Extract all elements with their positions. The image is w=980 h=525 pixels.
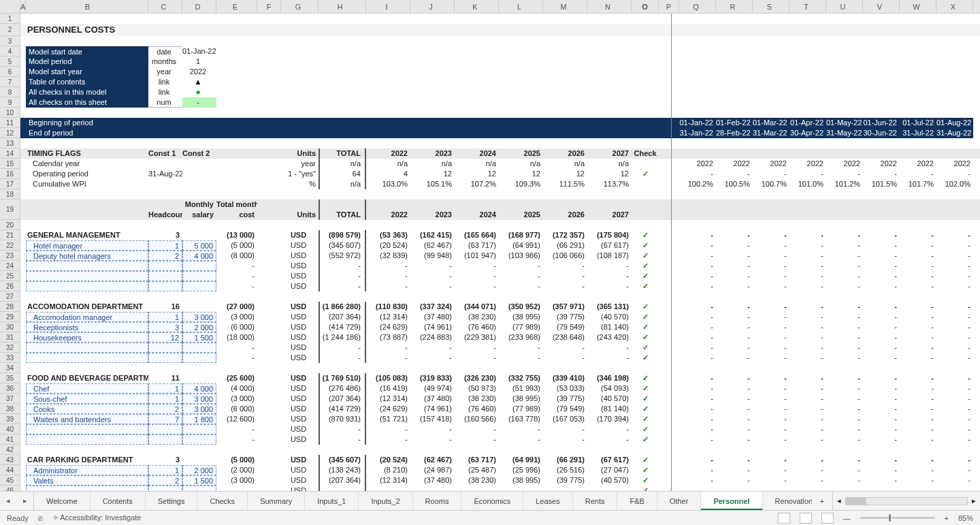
cell[interactable] [826,200,863,220]
cell[interactable]: - [679,271,716,281]
cell[interactable]: USD [281,271,318,281]
cell[interactable]: 100.2% [679,179,716,189]
cell[interactable]: - [753,343,789,353]
cell[interactable]: - [789,169,826,179]
col-Q[interactable]: Q [679,0,716,13]
cell[interactable]: 4 [366,169,410,179]
cell[interactable] [659,312,679,322]
cell[interactable]: - [679,404,716,414]
cell[interactable] [20,465,26,475]
cell[interactable]: ✓ [632,465,659,475]
cell[interactable]: 3 000 [182,404,216,414]
cell[interactable]: (73 887) [366,332,410,343]
cell[interactable]: (24 987) [410,465,455,475]
cell[interactable] [20,179,26,189]
cell[interactable]: (414 729) [318,322,366,332]
hscroll-area[interactable]: ◂ ▸ [832,492,980,510]
cell[interactable]: (24 629) [366,404,410,414]
cell[interactable]: - [936,404,973,414]
cell[interactable] [659,159,679,169]
cell[interactable] [257,465,281,475]
cell[interactable] [257,240,281,251]
cell[interactable]: - [753,281,789,291]
cell[interactable]: - [543,281,587,291]
cell[interactable] [257,169,281,179]
cell[interactable]: - [826,373,863,383]
cell[interactable] [659,455,679,465]
cell[interactable] [182,486,216,491]
cell[interactable]: - [936,169,973,179]
row-9[interactable]: 9 [0,97,20,108]
cell[interactable]: (37 480) [410,394,455,404]
cell[interactable]: ✓ [632,394,659,404]
cell[interactable]: - [826,240,863,251]
cell[interactable]: - [410,353,455,363]
cell[interactable]: (138 243) [318,465,366,475]
cell[interactable]: Table of contents [26,77,148,87]
row-5[interactable]: 5 [0,57,20,67]
cell[interactable] [20,455,26,465]
cell[interactable]: - [826,251,863,261]
cell[interactable]: - [716,343,753,353]
cell[interactable]: - [753,261,789,271]
row-45[interactable]: 45 [0,475,20,486]
cell[interactable]: - [366,353,410,363]
cell[interactable]: - [716,251,753,261]
cell[interactable] [659,200,679,220]
cell[interactable] [26,200,148,220]
cell[interactable]: - [789,394,826,404]
cell[interactable]: - [863,373,900,383]
cell[interactable]: - [679,383,716,394]
cell[interactable]: (229 381) [455,332,499,343]
cell[interactable]: - [789,312,826,322]
cell[interactable]: - [900,486,936,491]
cell[interactable]: - [716,332,753,343]
cell[interactable]: - [826,281,863,291]
cell[interactable]: - [318,261,366,271]
cell[interactable] [20,118,26,128]
cell[interactable]: ✓ [632,343,659,353]
cell[interactable]: (4 000) [216,383,257,394]
cell[interactable] [257,414,281,424]
cell[interactable]: - [900,383,936,394]
cell[interactable]: USD [281,240,318,251]
cell[interactable]: - [216,261,257,271]
cell[interactable]: 3 [148,230,182,240]
cell[interactable]: - [789,424,826,434]
cell[interactable] [216,128,257,138]
cell[interactable]: 101.2% [826,179,863,189]
cell[interactable]: (32 839) [366,251,410,261]
cell[interactable]: - [587,424,632,434]
cell[interactable]: - [753,271,789,281]
cell[interactable]: (3 000) [216,475,257,486]
view-page-break-button[interactable] [821,513,834,524]
cell[interactable]: - [410,271,455,281]
cell[interactable] [20,383,26,394]
cell[interactable]: ✓ [632,271,659,281]
cell[interactable] [148,486,182,491]
cell[interactable]: 01-Aug-22 [936,118,973,128]
row-20[interactable]: 20 [0,220,20,230]
cell[interactable] [789,148,826,159]
cell[interactable]: - [826,169,863,179]
cell[interactable]: 12 [587,169,632,179]
cell[interactable] [182,87,216,97]
cell[interactable]: (108 187) [587,251,632,261]
cell[interactable] [20,251,26,261]
cell[interactable]: - [789,281,826,291]
cell[interactable]: ✓ [632,455,659,465]
cell[interactable]: All checks in this model [26,87,148,97]
cell[interactable]: USD [281,434,318,445]
cell[interactable]: USD [281,353,318,363]
cell[interactable] [257,128,281,138]
row-8[interactable]: 8 [0,87,20,97]
cell[interactable]: - [863,353,900,363]
cell[interactable]: - [753,353,789,363]
cell[interactable]: USD [281,281,318,291]
cell[interactable]: - [543,353,587,363]
cell[interactable]: (167 053) [543,414,587,424]
row-36[interactable]: 36 [0,383,20,394]
cell[interactable] [148,128,182,138]
cell[interactable] [20,475,26,486]
cell[interactable]: - [900,251,936,261]
